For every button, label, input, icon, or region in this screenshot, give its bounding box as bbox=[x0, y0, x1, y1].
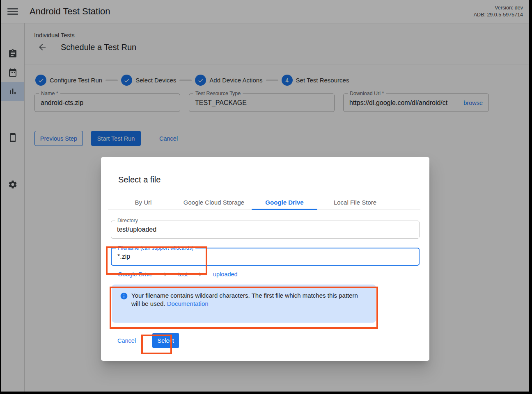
directory-field-wrap: Directory bbox=[111, 221, 420, 239]
file-source-tabs: By Url Google Cloud Storage Google Drive… bbox=[108, 195, 420, 210]
dialog-cancel-button[interactable]: Cancel bbox=[117, 337, 136, 344]
directory-label: Directory bbox=[115, 218, 140, 223]
breadcrumb-uploaded[interactable]: uploaded bbox=[213, 271, 238, 278]
filename-input[interactable] bbox=[117, 253, 413, 260]
tab-google-drive[interactable]: Google Drive bbox=[249, 195, 320, 210]
tab-by-url[interactable]: By Url bbox=[108, 195, 179, 210]
tab-google-cloud-storage[interactable]: Google Cloud Storage bbox=[179, 195, 249, 210]
banner-text: Your filename contains wildcard characte… bbox=[131, 292, 366, 323]
breadcrumb: Google Drive test uploaded bbox=[118, 271, 429, 278]
dialog-title: Select a file bbox=[118, 175, 429, 184]
filename-label: Filename (can support wildcards) bbox=[116, 245, 195, 251]
info-icon bbox=[120, 292, 128, 300]
banner-message: Your filename contains wildcard characte… bbox=[131, 292, 358, 307]
dialog-actions: Cancel Select bbox=[117, 333, 429, 348]
breadcrumb-google-drive[interactable]: Google Drive bbox=[118, 271, 153, 278]
chevron-right-icon bbox=[162, 271, 169, 278]
dialog-select-button[interactable]: Select bbox=[152, 333, 179, 348]
directory-input[interactable] bbox=[117, 226, 413, 233]
tab-local-file-store[interactable]: Local File Store bbox=[320, 195, 390, 210]
wildcard-info-banner: Your filename contains wildcard characte… bbox=[112, 285, 376, 323]
breadcrumb-test[interactable]: test bbox=[178, 271, 188, 278]
screenshot-frame: Android Test Station Version: dev ADB: 2… bbox=[0, 0, 532, 394]
app-window: Android Test Station Version: dev ADB: 2… bbox=[1, 0, 529, 392]
filename-field-wrap: Filename (can support wildcards) bbox=[111, 248, 420, 266]
documentation-link[interactable]: Documentation bbox=[167, 300, 209, 307]
select-file-dialog: Select a file By Url Google Cloud Storag… bbox=[101, 157, 429, 361]
chevron-right-icon bbox=[197, 271, 204, 278]
